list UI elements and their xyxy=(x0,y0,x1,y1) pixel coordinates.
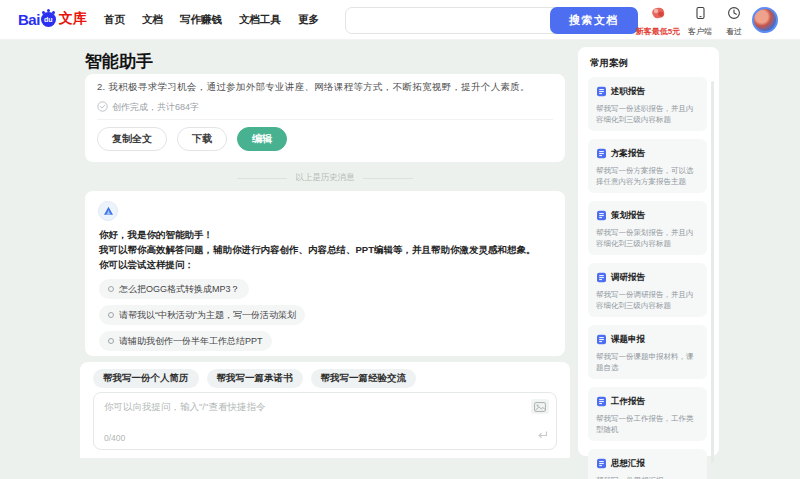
char-counter: 0/400 xyxy=(104,433,125,443)
suggestion-chip-ogg-mp3[interactable]: 怎么把OGG格式转换成MP3？ xyxy=(99,279,249,299)
viewed-label: 看过 xyxy=(726,26,742,37)
logo-du-text: du xyxy=(44,16,53,23)
clock-history-icon xyxy=(727,6,741,24)
case-item-label: 课题申报 xyxy=(611,334,645,346)
promo-mascot-icon xyxy=(650,6,666,24)
suggestion-text: 请辅助我创作一份半年工作总结PPT xyxy=(119,335,263,348)
logo-bai-text: Bai xyxy=(18,11,40,28)
sidebar-scrollbar[interactable] xyxy=(711,81,714,463)
nav-links: 首页 文档 写作赚钱 文档工具 更多 xyxy=(104,0,319,40)
common-cases-list: 述职报告 帮我写一份述职报告，并且内容细化到三级内容标题 方案报告 帮我写一份方… xyxy=(588,77,707,479)
image-upload-button[interactable] xyxy=(531,399,549,414)
history-output-text: 2. 我积极寻求学习机会，通过参加外部专业讲座、网络课程等方式，不断拓宽视野，提… xyxy=(97,81,553,94)
case-item-desc: 帮我写一份工作报告，工作类型随机 xyxy=(596,413,699,435)
document-icon xyxy=(596,83,607,101)
creation-status-text: 创作完成，共计684字 xyxy=(112,101,199,114)
card-divider xyxy=(97,119,553,120)
document-icon xyxy=(596,145,607,163)
edit-button[interactable]: 编辑 xyxy=(237,127,287,151)
case-item-desc: 帮我写一份策划报告，并且内容细化到三级内容标题 xyxy=(596,227,699,249)
download-button[interactable]: 下载 xyxy=(177,127,227,151)
prompt-input-box: 0/400 xyxy=(93,392,557,450)
logo-wenku-text: 文库 xyxy=(59,10,87,28)
case-item-desc: 帮我写一份方案报告，可以选择任意内容为方案报告主题 xyxy=(596,165,699,187)
promo-label: 新客最低5元 xyxy=(636,26,680,37)
document-icon xyxy=(596,393,607,411)
suggestion-chip-midautumn-plan[interactable]: 请帮我以“中秋活动”为主题，写一份活动策划 xyxy=(99,305,305,325)
common-cases-title: 常用案例 xyxy=(590,57,628,70)
common-cases-panel: 常用案例 述职报告 帮我写一份述职报告，并且内容细化到三级内容标题 方案报告 帮… xyxy=(578,47,719,456)
quick-chip-resume[interactable]: 帮我写一份个人简历 xyxy=(93,369,199,388)
quick-chip-commitment[interactable]: 帮我写一篇承诺书 xyxy=(207,369,303,388)
document-icon xyxy=(596,455,607,473)
paw-toes-decor xyxy=(47,9,50,12)
assistant-avatar xyxy=(98,201,118,221)
prompt-textarea[interactable] xyxy=(98,397,518,431)
case-item-work-report[interactable]: 工作报告 帮我写一份工作报告，工作类型随机 xyxy=(588,387,707,441)
nav-link-earn[interactable]: 写作赚钱 xyxy=(180,13,222,27)
bullet-ring-icon xyxy=(108,338,114,344)
quick-prompt-chips: 帮我写一份个人简历 帮我写一篇承诺书 帮我写一篇经验交流 xyxy=(93,369,416,388)
case-item-label: 调研报告 xyxy=(611,272,645,284)
assistant-intro: 我可以帮你高效解答问题，辅助你进行内容创作、内容总结、PPT编辑等，并且帮助你激… xyxy=(99,242,535,257)
assistant-hint: 你可以尝试这样提问： xyxy=(99,257,535,272)
client-label: 客户端 xyxy=(688,26,712,37)
case-item-thought-report[interactable]: 思想汇报 帮我写一份思想汇报 xyxy=(588,449,707,479)
doc-search-input[interactable] xyxy=(346,8,546,33)
suggestion-text: 请帮我以“中秋活动”为主题，写一份活动策划 xyxy=(119,309,296,322)
baidu-paw-icon: du xyxy=(41,12,56,27)
doc-search-box: 搜索文档 xyxy=(345,7,638,34)
assistant-greeting: 你好，我是你的智能助手！ xyxy=(99,227,535,242)
history-message-divider: 以上是历史消息 xyxy=(85,172,565,184)
document-icon xyxy=(596,331,607,349)
check-circle-icon xyxy=(97,101,108,114)
document-icon xyxy=(596,269,607,287)
page-title: 智能助手 xyxy=(85,50,153,73)
case-item-project-application[interactable]: 课题申报 帮我写一份课题申报材料，课题自选 xyxy=(588,325,707,379)
wenku-assistant-logo-icon xyxy=(103,206,114,216)
client-entry[interactable]: 客户端 xyxy=(686,6,714,37)
divider-line-right xyxy=(363,178,413,179)
image-icon xyxy=(534,402,546,412)
copy-all-button[interactable]: 复制全文 xyxy=(97,127,167,151)
history-actions: 复制全文 下载 编辑 xyxy=(97,127,287,151)
quick-chip-experience[interactable]: 帮我写一篇经验交流 xyxy=(311,369,417,388)
case-item-desc: 帮我写一份思想汇报 xyxy=(596,475,699,479)
case-item-desc: 帮我写一份调研报告，并且内容细化到三级内容标题 xyxy=(596,289,699,311)
search-docs-button[interactable]: 搜索文档 xyxy=(550,7,638,34)
divider-line-left xyxy=(237,178,287,179)
case-item-debrief-report[interactable]: 述职报告 帮我写一份述职报告，并且内容细化到三级内容标题 xyxy=(588,77,707,131)
creation-status: 创作完成，共计684字 xyxy=(97,101,199,114)
user-avatar[interactable] xyxy=(752,7,778,33)
case-item-label: 思想汇报 xyxy=(611,458,645,470)
viewed-entry[interactable]: 看过 xyxy=(722,6,746,37)
mobile-phone-icon xyxy=(694,6,707,24)
case-item-desc: 帮我写一份述职报告，并且内容细化到三级内容标题 xyxy=(596,103,699,125)
top-navbar: Bai du 文库 首页 文档 写作赚钱 文档工具 更多 搜索文档 新客最低5元… xyxy=(0,0,800,40)
case-item-label: 方案报告 xyxy=(611,148,645,160)
suggestion-text: 怎么把OGG格式转换成MP3？ xyxy=(119,283,240,296)
case-item-label: 述职报告 xyxy=(611,86,645,98)
suggestion-chip-halfyear-ppt[interactable]: 请辅助我创作一份半年工作总结PPT xyxy=(99,331,272,351)
assistant-text-block: 你好，我是你的智能助手！ 我可以帮你高效解答问题，辅助你进行内容创作、内容总结、… xyxy=(99,227,535,272)
bullet-ring-icon xyxy=(108,312,114,318)
enter-send-icon[interactable] xyxy=(537,426,548,444)
case-item-proposal-report[interactable]: 方案报告 帮我写一份方案报告，可以选择任意内容为方案报告主题 xyxy=(588,139,707,193)
case-item-planning-report[interactable]: 策划报告 帮我写一份策划报告，并且内容细化到三级内容标题 xyxy=(588,201,707,255)
case-item-label: 工作报告 xyxy=(611,396,645,408)
case-item-desc: 帮我写一份课题申报材料，课题自选 xyxy=(596,351,699,373)
nav-link-home[interactable]: 首页 xyxy=(104,13,125,27)
promo-entry[interactable]: 新客最低5元 xyxy=(633,6,683,37)
assistant-message-card: 你好，我是你的智能助手！ 我可以帮你高效解答问题，辅助你进行内容创作、内容总结、… xyxy=(85,191,565,356)
case-item-label: 策划报告 xyxy=(611,210,645,222)
nav-link-tools[interactable]: 文档工具 xyxy=(239,13,281,27)
bullet-ring-icon xyxy=(108,286,114,292)
case-item-research-report[interactable]: 调研报告 帮我写一份调研报告，并且内容细化到三级内容标题 xyxy=(588,263,707,317)
nav-link-docs[interactable]: 文档 xyxy=(142,13,163,27)
history-divider-text: 以上是历史消息 xyxy=(295,172,355,184)
baidu-wenku-logo[interactable]: Bai du 文库 xyxy=(18,10,87,28)
suggested-questions: 怎么把OGG格式转换成MP3？ 请帮我以“中秋活动”为主题，写一份活动策划 请辅… xyxy=(99,279,305,351)
history-output-card: 2. 我积极寻求学习机会，通过参加外部专业讲座、网络课程等方式，不断拓宽视野，提… xyxy=(85,74,565,162)
nav-link-more[interactable]: 更多 xyxy=(298,13,319,27)
document-icon xyxy=(596,207,607,225)
